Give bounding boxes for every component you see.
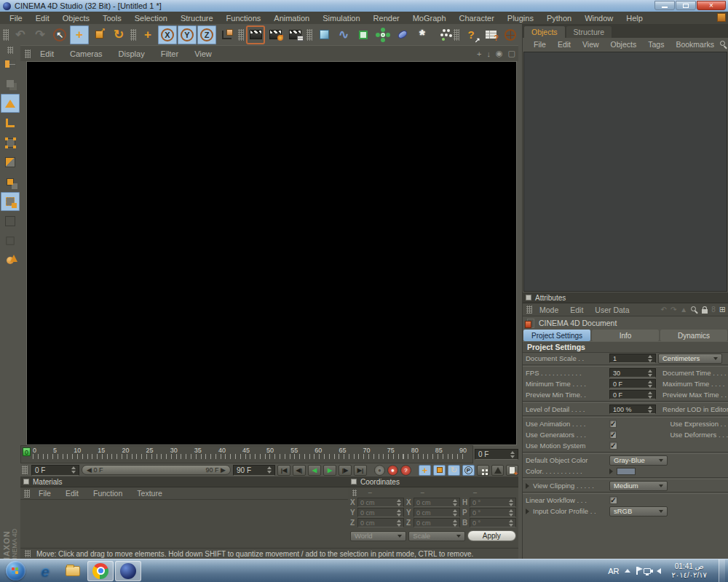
move-tool-button[interactable]: + xyxy=(70,25,89,44)
add-cube-button[interactable] xyxy=(314,25,333,44)
linear-workflow-checkbox[interactable]: ✓ xyxy=(609,496,617,504)
play-backwards-button[interactable]: ◀ xyxy=(308,465,321,476)
menu-window[interactable]: Window xyxy=(578,14,620,23)
max-frame-field[interactable]: 90 F xyxy=(233,465,275,476)
show-hidden-icons[interactable] xyxy=(625,569,630,573)
toolbar-grip[interactable] xyxy=(306,29,312,41)
timeline-marker[interactable]: 0 xyxy=(23,447,31,456)
toolbar-grip[interactable] xyxy=(3,29,9,41)
model-mode-button[interactable] xyxy=(1,94,20,113)
history-back-icon[interactable]: ↶ xyxy=(661,306,667,314)
history-forward-icon[interactable]: ↷ xyxy=(670,306,676,314)
viewport-menu-edit[interactable]: Edit xyxy=(32,49,62,58)
toolbar-grip[interactable] xyxy=(238,29,244,41)
coordinates-titlebar[interactable]: Coordinates xyxy=(348,477,518,487)
taskbar-explorer[interactable] xyxy=(60,561,86,581)
document-row[interactable]: CINEMA 4D Document xyxy=(523,316,728,330)
input-profile-dropdown[interactable]: sRGB xyxy=(609,506,668,517)
record-scale-button[interactable] xyxy=(433,465,446,476)
lock-x-button[interactable]: X xyxy=(158,25,177,44)
attr-menu-edit[interactable]: Edit xyxy=(564,306,589,314)
rotate-tool-button[interactable]: ↻ xyxy=(109,25,128,44)
render-picture-viewer-button[interactable] xyxy=(266,25,285,44)
spinner-icon[interactable] xyxy=(647,370,652,377)
add-deformer-button[interactable] xyxy=(393,25,412,44)
points-mode-button[interactable] xyxy=(1,133,20,152)
workplane-button[interactable] xyxy=(1,251,20,270)
preview-min-field[interactable]: 0 F xyxy=(609,390,656,399)
viewport-menu-cameras[interactable]: Cameras xyxy=(62,49,111,58)
om-menu-edit[interactable]: Edit xyxy=(552,40,577,49)
network-icon[interactable] xyxy=(644,568,651,574)
start-button[interactable] xyxy=(6,561,25,581)
toolbar-grip[interactable] xyxy=(130,29,136,41)
pos-y-field[interactable]: 0 cm xyxy=(357,508,404,517)
materials-menu-edit[interactable]: Edit xyxy=(58,489,86,498)
autokey-button[interactable]: ● xyxy=(387,465,398,476)
viewport-canvas[interactable] xyxy=(26,61,517,445)
last-tool-button[interactable]: + xyxy=(138,25,157,44)
use-motion-checkbox[interactable]: ✓ xyxy=(609,442,617,450)
color-swatch[interactable] xyxy=(617,468,636,475)
redo-button[interactable]: ↷ xyxy=(31,25,50,44)
tab-structure[interactable]: Structure xyxy=(566,26,612,38)
texture-axis-button[interactable] xyxy=(1,231,20,250)
spinner-icon[interactable] xyxy=(508,499,513,506)
record-parameter-button[interactable]: P xyxy=(462,465,475,476)
tab-project-settings[interactable]: Project Settings xyxy=(523,330,590,341)
spinner-icon[interactable] xyxy=(647,355,652,362)
next-frame-button[interactable]: |▶ xyxy=(339,465,352,476)
viewport-menu-view[interactable]: View xyxy=(186,49,220,58)
lock-z-button[interactable]: Z xyxy=(197,25,216,44)
toggle-view-icon[interactable]: ▢ xyxy=(508,49,515,58)
object-tree[interactable] xyxy=(523,52,727,292)
viewport-menu-filter[interactable]: Filter xyxy=(153,49,186,58)
texture-mode-button[interactable] xyxy=(1,212,20,231)
goto-start-button[interactable]: |◀ xyxy=(277,465,290,476)
om-menu-view[interactable]: View xyxy=(577,40,605,49)
spinner-icon[interactable] xyxy=(510,451,515,458)
attr-menu-mode[interactable]: Mode xyxy=(534,306,564,314)
polygons-mode-button[interactable] xyxy=(1,172,20,191)
render-settings-button[interactable] xyxy=(285,25,304,44)
palette-grip[interactable] xyxy=(7,47,13,54)
object-axis-button[interactable] xyxy=(1,113,20,132)
undo-button[interactable]: ↶ xyxy=(11,25,30,44)
record-button[interactable]: ● xyxy=(374,465,385,476)
live-selection-button[interactable]: ↖ xyxy=(50,25,69,44)
attributes-titlebar[interactable]: Attributes xyxy=(523,292,728,303)
size-y-field[interactable]: 0 cm xyxy=(414,508,460,517)
tab-objects[interactable]: Objects xyxy=(524,26,565,38)
expander-icon[interactable] xyxy=(526,509,529,514)
default-color-dropdown[interactable]: Gray-Blue xyxy=(609,455,668,466)
view-clipping-dropdown[interactable]: Medium xyxy=(609,481,668,491)
add-particles-button[interactable] xyxy=(432,25,451,44)
timeline-ruler[interactable]: 0 051015202530354045505560657075808590 xyxy=(20,445,473,463)
enable-axis-button[interactable] xyxy=(1,192,20,211)
om-menu-bookmarks[interactable]: Bookmarks xyxy=(670,40,720,49)
link-icon[interactable]: 8 xyxy=(711,306,716,314)
spinner-icon[interactable] xyxy=(647,406,652,413)
close-button[interactable]: × xyxy=(697,1,726,10)
rot-b-field[interactable]: 0 ° xyxy=(470,518,516,527)
clock[interactable]: 01:41 ص ٢٠١٤/٠٢/١٧ xyxy=(667,562,711,580)
content-browser-button[interactable]: ? xyxy=(481,25,500,44)
lod-field[interactable]: 100 % xyxy=(609,404,656,414)
keyframe-selection-button[interactable]: ? xyxy=(400,465,411,476)
make-editable-button[interactable] xyxy=(1,74,20,93)
taskbar-cinema4d[interactable] xyxy=(115,561,141,581)
parent-icon[interactable]: ▲ xyxy=(680,306,687,314)
materials-menu-function[interactable]: Function xyxy=(86,489,130,498)
search-icon[interactable] xyxy=(691,306,698,314)
coordinate-space-dropdown[interactable]: World xyxy=(350,531,406,541)
menu-selection[interactable]: Selection xyxy=(128,14,174,23)
menu-functions[interactable]: Functions xyxy=(220,14,268,23)
lock-icon[interactable] xyxy=(702,309,708,314)
rot-p-field[interactable]: 0 ° xyxy=(470,508,516,517)
expander-icon[interactable] xyxy=(526,483,529,489)
minimize-button[interactable] xyxy=(654,1,675,10)
menu-file[interactable]: File xyxy=(3,14,29,23)
maximize-button[interactable] xyxy=(676,1,696,10)
dolly-view-icon[interactable]: ↓ xyxy=(486,49,491,58)
lock-y-button[interactable]: Y xyxy=(178,25,197,44)
